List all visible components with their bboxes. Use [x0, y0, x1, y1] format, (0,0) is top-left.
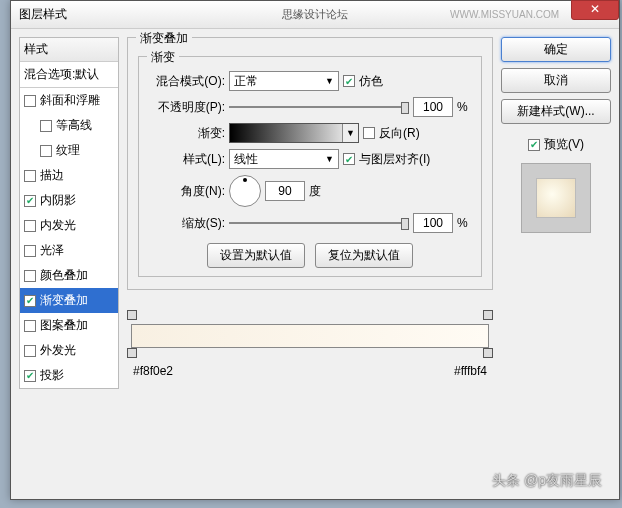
preview-checkbox[interactable]: ✔ — [528, 139, 540, 151]
styles-list: 样式 混合选项:默认 斜面和浮雕等高线纹理描边✔内阴影内发光光泽颜色叠加✔渐变叠… — [19, 37, 119, 389]
scale-slider[interactable] — [229, 216, 409, 230]
style-checkbox[interactable] — [40, 145, 52, 157]
style-checkbox[interactable]: ✔ — [24, 370, 36, 382]
blending-options[interactable]: 混合选项:默认 — [20, 62, 118, 88]
ok-button[interactable]: 确定 — [501, 37, 611, 62]
style-select[interactable]: 线性 ▼ — [229, 149, 339, 169]
opacity-slider[interactable] — [229, 100, 409, 114]
window-subtitle: 思缘设计论坛 — [282, 7, 348, 22]
align-label: 与图层对齐(I) — [359, 151, 430, 168]
style-checkbox[interactable] — [24, 170, 36, 182]
opacity-stop-right[interactable] — [483, 310, 493, 320]
angle-unit: 度 — [309, 183, 321, 200]
style-label: 图案叠加 — [40, 317, 88, 334]
chevron-down-icon: ▼ — [325, 154, 334, 164]
style-item[interactable]: ✔渐变叠加 — [20, 288, 118, 313]
gradient-overlay-group: 渐变叠加 渐变 混合模式(O): 正常 ▼ ✔ 仿色 不透明度(P): — [127, 37, 493, 290]
chevron-down-icon: ▼ — [325, 76, 334, 86]
gradient-inner-group: 渐变 混合模式(O): 正常 ▼ ✔ 仿色 不透明度(P): — [138, 56, 482, 277]
set-default-button[interactable]: 设置为默认值 — [207, 243, 305, 268]
reverse-label: 反向(R) — [379, 125, 420, 142]
blendmode-select[interactable]: 正常 ▼ — [229, 71, 339, 91]
color-right-label: #fffbf4 — [454, 364, 487, 378]
titlebar: 图层样式 思缘设计论坛 WWW.MISSYUAN.COM ✕ — [11, 1, 619, 29]
style-item[interactable]: 外发光 — [20, 338, 118, 363]
align-checkbox[interactable]: ✔ — [343, 153, 355, 165]
dither-checkbox[interactable]: ✔ — [343, 75, 355, 87]
style-checkbox[interactable] — [24, 270, 36, 282]
style-item[interactable]: 等高线 — [20, 113, 118, 138]
style-item[interactable]: ✔内阴影 — [20, 188, 118, 213]
window-title: 图层样式 — [15, 6, 67, 23]
gradient-editor: #f8f0e2 #fffbf4 — [127, 310, 493, 380]
angle-value[interactable]: 90 — [265, 181, 305, 201]
dither-label: 仿色 — [359, 73, 383, 90]
styles-header: 样式 — [20, 38, 118, 62]
style-item[interactable]: 描边 — [20, 163, 118, 188]
watermark: 头条 @p夜雨星辰 — [492, 472, 602, 490]
style-label: 渐变叠加 — [40, 292, 88, 309]
color-stop-right[interactable] — [483, 348, 493, 358]
style-label: 纹理 — [56, 142, 80, 159]
style-label: 描边 — [40, 167, 64, 184]
style-item[interactable]: ✔投影 — [20, 363, 118, 388]
new-style-button[interactable]: 新建样式(W)... — [501, 99, 611, 124]
color-left-label: #f8f0e2 — [133, 364, 173, 378]
style-label: 样式(L): — [147, 151, 225, 168]
style-checkbox[interactable] — [24, 345, 36, 357]
angle-dial[interactable] — [229, 175, 261, 207]
style-checkbox[interactable] — [24, 320, 36, 332]
cancel-button[interactable]: 取消 — [501, 68, 611, 93]
window-url: WWW.MISSYUAN.COM — [450, 9, 559, 20]
color-stop-left[interactable] — [127, 348, 137, 358]
preview-label: 预览(V) — [544, 136, 584, 153]
style-label: 内发光 — [40, 217, 76, 234]
style-label: 投影 — [40, 367, 64, 384]
style-item[interactable]: 光泽 — [20, 238, 118, 263]
gradient-bar[interactable] — [131, 324, 489, 348]
opacity-value[interactable]: 100 — [413, 97, 453, 117]
reverse-checkbox[interactable] — [363, 127, 375, 139]
style-checkbox[interactable]: ✔ — [24, 195, 36, 207]
inner-title: 渐变 — [147, 49, 179, 66]
style-checkbox[interactable] — [24, 95, 36, 107]
style-label: 内阴影 — [40, 192, 76, 209]
style-checkbox[interactable] — [24, 220, 36, 232]
scale-value[interactable]: 100 — [413, 213, 453, 233]
blendmode-label: 混合模式(O): — [147, 73, 225, 90]
preview-swatch — [521, 163, 591, 233]
chevron-down-icon: ▼ — [342, 124, 358, 142]
reset-default-button[interactable]: 复位为默认值 — [315, 243, 413, 268]
style-item[interactable]: 颜色叠加 — [20, 263, 118, 288]
gradient-label: 渐变: — [147, 125, 225, 142]
style-label: 斜面和浮雕 — [40, 92, 100, 109]
gradient-picker[interactable]: ▼ — [229, 123, 359, 143]
style-item[interactable]: 纹理 — [20, 138, 118, 163]
style-checkbox[interactable]: ✔ — [24, 295, 36, 307]
style-checkbox[interactable] — [40, 120, 52, 132]
close-button[interactable]: ✕ — [571, 0, 619, 20]
style-label: 颜色叠加 — [40, 267, 88, 284]
style-label: 等高线 — [56, 117, 92, 134]
opacity-label: 不透明度(P): — [147, 99, 225, 116]
style-label: 光泽 — [40, 242, 64, 259]
style-item[interactable]: 内发光 — [20, 213, 118, 238]
style-item[interactable]: 斜面和浮雕 — [20, 88, 118, 113]
scale-label: 缩放(S): — [147, 215, 225, 232]
opacity-stop-left[interactable] — [127, 310, 137, 320]
style-checkbox[interactable] — [24, 245, 36, 257]
style-label: 外发光 — [40, 342, 76, 359]
angle-label: 角度(N): — [147, 183, 225, 200]
style-item[interactable]: 图案叠加 — [20, 313, 118, 338]
group-title: 渐变叠加 — [136, 30, 192, 47]
